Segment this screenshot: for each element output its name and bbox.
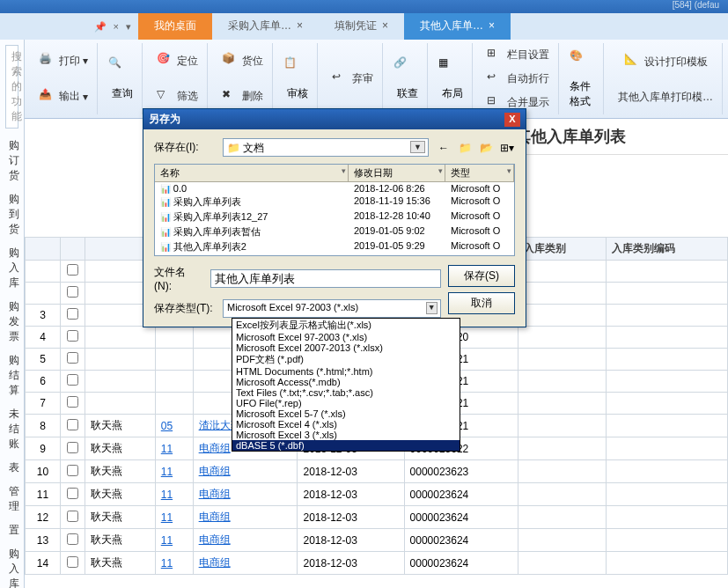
save-in-select[interactable]: 📁 文档 — [223, 138, 429, 157]
row-checkbox[interactable] — [67, 556, 78, 568]
table-row[interactable]: 14耿天燕11电商组2018-12-030000023624 — [26, 552, 728, 575]
output-button[interactable]: 📤输出 ▾ — [35, 86, 92, 107]
dialog-titlebar[interactable]: 另存为 X — [143, 109, 526, 129]
filetype-option[interactable]: HTML Documents (*.html;*.htm) — [232, 366, 460, 377]
tab-desktop[interactable]: 我的桌面 — [138, 13, 212, 40]
audit-button[interactable]: 📋审核 — [283, 56, 312, 101]
layout-button[interactable]: ▦布局 — [438, 56, 467, 101]
pin-icon[interactable]: 📌 — [94, 21, 107, 33]
titlebar-text: [584] (defau — [673, 0, 719, 10]
row-checkbox[interactable] — [67, 264, 78, 276]
locate-button[interactable]: 🎯定位 — [153, 50, 202, 71]
tab-other-in[interactable]: 其他入库单…× — [404, 13, 511, 40]
filename-input[interactable] — [210, 269, 441, 288]
sidebar-item[interactable]: 表 — [0, 456, 24, 480]
col-rownum[interactable] — [26, 238, 61, 261]
abandon-button[interactable]: ↩弃审 — [328, 69, 377, 90]
filetype-option[interactable]: Text Files (*.txt;*.csv;*.tab;*.asc) — [232, 387, 460, 398]
query-button[interactable]: 🔍查询 — [108, 56, 136, 101]
filetype-option[interactable]: Microsoft Excel 2007-2013 (*.xlsx) — [232, 342, 460, 353]
filetype-option[interactable]: PDF文档 (*.pdf) — [232, 353, 460, 366]
filetype-option[interactable]: Microsoft Excel 4 (*.xls) — [232, 419, 460, 430]
delete-button[interactable]: ✖删除 — [218, 86, 267, 107]
close-icon[interactable]: × — [382, 19, 388, 32]
view-menu-icon[interactable]: ⊞▾ — [499, 140, 515, 156]
sidebar-close-icon[interactable]: × — [114, 21, 119, 32]
sidebar-item[interactable]: 购入库 — [0, 241, 24, 295]
col-catcode[interactable]: 入库类别编码 — [606, 238, 727, 261]
file-row[interactable]: 采购入库单列表2018-11-19 15:36Microsoft O — [155, 195, 514, 209]
tabs-row: 📌 × ▾ 我的桌面 采购入库单…× 填制凭证× 其他入库单…× — [0, 13, 728, 40]
tab-voucher[interactable]: 填制凭证× — [319, 13, 404, 40]
file-row[interactable]: 采购入库单列表12_272018-12-28 10:40Microsoft O — [155, 209, 514, 224]
sidebar-item[interactable]: 管理 — [0, 480, 24, 518]
filetype-option[interactable]: dBASE 5 (*.dbf) — [232, 440, 460, 451]
file-row[interactable]: 采购入库单列表暂估2019-01-05 9:02Microsoft O — [155, 224, 514, 239]
sidebar-item[interactable]: 购入库 — [0, 542, 24, 588]
other-print-button[interactable]: 其他入库单打印模… — [614, 88, 717, 107]
design-template-button[interactable]: 📐设计打印模板 — [621, 51, 711, 72]
row-checkbox[interactable] — [67, 465, 78, 476]
row-checkbox[interactable] — [67, 374, 78, 386]
row-checkbox[interactable] — [67, 396, 78, 408]
dialog-close-button[interactable]: X — [504, 113, 520, 127]
save-button[interactable]: 保存(S) — [448, 265, 515, 287]
check-icon: 📋 — [283, 56, 312, 85]
search-input[interactable]: 搜索的功能 — [5, 45, 18, 129]
cancel-button[interactable]: 取消 — [448, 292, 515, 314]
filetype-option[interactable]: Microsoft Excel 5-7 (*.xls) — [232, 408, 460, 419]
col-type[interactable]: 类型 — [445, 165, 514, 181]
filetype-option[interactable]: Excel按列表显示格式输出(*.xls) — [232, 319, 460, 332]
sidebar-item[interactable]: 置 — [0, 518, 24, 542]
row-checkbox[interactable] — [67, 308, 78, 320]
filetype-option[interactable]: Microsoft Excel 3 (*.xls) — [232, 430, 460, 440]
row-checkbox[interactable] — [67, 286, 78, 298]
autofold-button[interactable]: ↩自动折行 — [483, 69, 553, 90]
row-checkbox[interactable] — [67, 419, 78, 430]
inventory-button[interactable]: 📦货位 — [218, 50, 267, 71]
table-row[interactable]: 13耿天燕11电商组2018-12-030000023624 — [26, 529, 728, 552]
filter-button[interactable]: ▽筛选 — [153, 86, 202, 107]
row-checkbox[interactable] — [67, 352, 78, 364]
table-row[interactable]: 11耿天燕11电商组2018-12-030000023624 — [26, 483, 728, 506]
row-checkbox[interactable] — [67, 488, 78, 499]
row-checkbox[interactable] — [67, 330, 78, 342]
filetype-dropdown[interactable]: Excel按列表显示格式输出(*.xls)Microsoft Excel 97-… — [232, 318, 460, 452]
sidebar-item[interactable]: 购结算 — [0, 349, 24, 402]
filetype-option[interactable]: UFO File(*.rep) — [232, 398, 460, 408]
joint-button[interactable]: 🔗联查 — [393, 56, 422, 101]
sidebar-item[interactable]: 购到货 — [0, 187, 24, 241]
col-mtime[interactable]: 修改日期 — [349, 165, 445, 181]
table-row[interactable]: 10耿天燕11电商组2018-12-030000023623 — [26, 460, 728, 483]
row-checkbox[interactable] — [67, 511, 78, 522]
col-check[interactable] — [61, 238, 85, 261]
template-icon: 📐 — [624, 53, 642, 70]
col-cat[interactable]: 入库类别 — [518, 238, 606, 261]
tab-purchase-in[interactable]: 采购入库单…× — [212, 13, 319, 40]
table-row[interactable]: 12耿天燕11电商组2018-12-030000023624 — [26, 506, 728, 529]
file-row[interactable]: 0.02018-12-06 8:26Microsoft O — [155, 182, 514, 195]
filetype-option[interactable]: Microsoft Excel 97-2003 (*.xls) — [232, 332, 460, 342]
sidebar-header: 📌 × ▾ — [0, 13, 138, 40]
new-folder-icon[interactable]: 📂 — [478, 140, 494, 156]
file-row[interactable]: 其他入库单列表22019-01-05 9:29Microsoft O — [155, 239, 514, 254]
filetype-select[interactable]: Microsoft Excel 97-2003 (*.xls) — [223, 299, 441, 318]
column-set-button[interactable]: ⊞栏目设置 — [483, 45, 553, 66]
filetype-option[interactable]: Microsoft Access(*.mdb) — [232, 377, 460, 387]
back-icon[interactable]: ← — [436, 140, 452, 156]
print-button[interactable]: 🖨️打印 ▾ — [35, 50, 92, 71]
cond-format-button[interactable]: 🎨条件格式 — [570, 49, 598, 109]
close-icon[interactable]: × — [489, 19, 495, 32]
sidebar-item[interactable]: 未结账 — [0, 402, 24, 456]
close-icon[interactable]: × — [297, 19, 303, 32]
save-in-label: 保存在(I): — [154, 140, 216, 155]
up-folder-icon[interactable]: 📁 — [457, 140, 473, 156]
file-list[interactable]: 名称 修改日期 类型 0.02018-12-06 8:26Microsoft O… — [154, 164, 515, 256]
filename-label: 文件名(N): — [154, 265, 203, 292]
col-name[interactable]: 名称 — [155, 165, 349, 181]
sidebar-item[interactable]: 购订货 — [0, 134, 24, 187]
sidebar-item[interactable]: 购发票 — [0, 295, 24, 349]
row-checkbox[interactable] — [67, 533, 78, 545]
row-checkbox[interactable] — [67, 442, 78, 453]
sidebar-dropdown-icon[interactable]: ▾ — [126, 21, 131, 33]
